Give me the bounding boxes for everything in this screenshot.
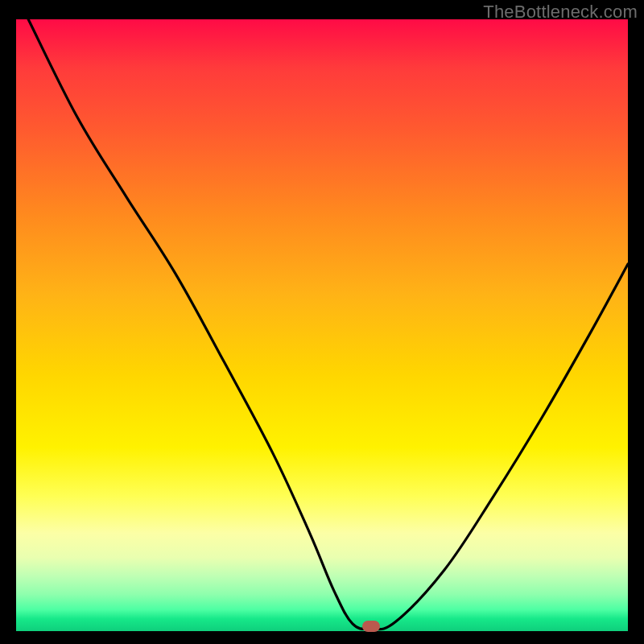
watermark-text: TheBottleneck.com <box>483 2 638 23</box>
plot-area <box>16 19 628 631</box>
minimum-marker <box>362 621 380 632</box>
bottleneck-curve <box>16 19 628 631</box>
chart-frame: TheBottleneck.com <box>0 0 644 644</box>
